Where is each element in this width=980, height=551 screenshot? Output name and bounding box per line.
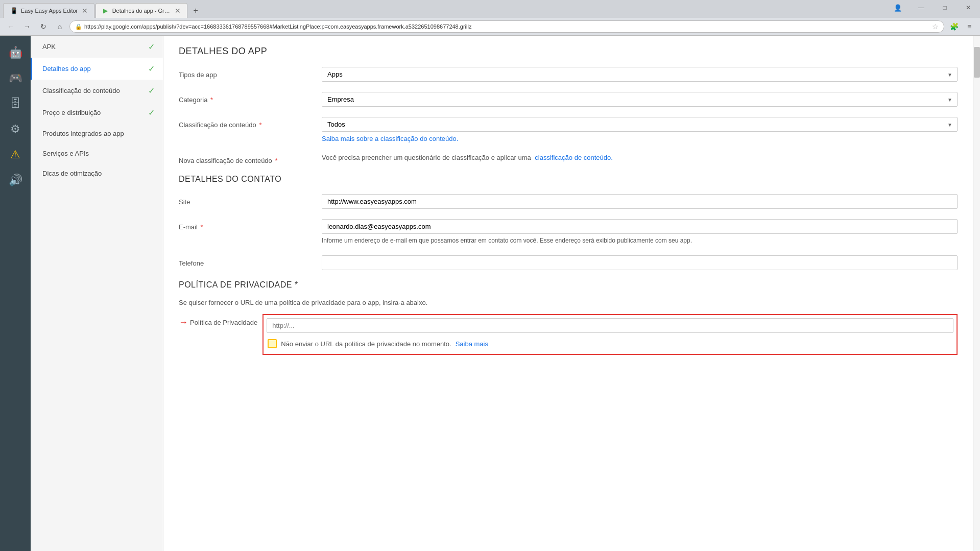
privacidade-checkbox-row: Não enviar o URL da política de privacid…: [267, 337, 953, 351]
tipos-de-app-label: Tipos de app: [179, 67, 322, 79]
nova-classificacao-text: Você precisa preencher um questionário d…: [322, 154, 531, 161]
categoria-select[interactable]: Empresa Comunicação Educação: [322, 92, 958, 107]
sidebar-label-produtos: Produtos integrados ao app: [42, 130, 124, 137]
classificacao-link[interactable]: Saiba mais sobre a classificação do cont…: [322, 135, 458, 142]
scrollbar[interactable]: [973, 36, 980, 551]
back-button[interactable]: ←: [4, 20, 17, 33]
classificacao-select[interactable]: Todos Baixo nível de maturidade Nível mé…: [322, 117, 958, 132]
tab-detalhes-app[interactable]: ▶ Detalhes do app - Grillz re... ✕: [95, 3, 187, 18]
privacidade-box: Não enviar o URL da política de privacid…: [262, 314, 958, 355]
privacidade-field-row: → Política de Privacidade Não enviar o U…: [179, 314, 958, 355]
email-info: Informe um endereço de e-mail em que pos…: [322, 236, 958, 245]
refresh-button[interactable]: ↻: [37, 20, 50, 33]
close-button[interactable]: ✕: [957, 0, 980, 15]
privacidade-saiba-mais-link[interactable]: Saiba mais: [456, 340, 488, 348]
telefone-row: Telefone: [179, 255, 958, 270]
classificacao-required: *: [259, 121, 261, 129]
site-label: Site: [179, 194, 322, 206]
privacidade-url-input[interactable]: [267, 318, 953, 333]
maximize-button[interactable]: □: [933, 0, 957, 15]
sidebar-label-preco: Preço e distribuição: [42, 109, 101, 116]
nova-classificacao-field: Você precisa preencher um questionário d…: [322, 153, 958, 163]
categoria-field: Empresa Comunicação Educação: [322, 92, 958, 107]
menu-icon[interactable]: ≡: [963, 20, 976, 33]
contato-divider: DETALHES DO CONTATO: [179, 175, 958, 184]
email-required: *: [200, 223, 203, 231]
nova-classificacao-link[interactable]: classificação de conteúdo.: [535, 154, 612, 161]
sidebar-item-detalhes[interactable]: Detalhes do app ✓: [31, 58, 163, 80]
privacidade-arrow-label: →: [179, 317, 188, 328]
icon-sidebar: 🤖 🎮 🗄 ⚙ ⚠ 🔊: [0, 36, 31, 551]
telefone-label: Telefone: [179, 255, 322, 267]
email-row: E-mail * Informe um endereço de e-mail e…: [179, 219, 958, 245]
tab1-favicon: 📱: [10, 7, 18, 15]
email-input[interactable]: [322, 219, 958, 234]
categoria-required: *: [210, 96, 213, 104]
site-input[interactable]: [322, 194, 958, 209]
sidebar-check-detalhes: ✓: [148, 64, 155, 74]
nav-sidebar: APK ✓ Detalhes do app ✓ Classificação do…: [31, 36, 163, 551]
tipos-de-app-select[interactable]: Apps Jogos: [322, 67, 958, 82]
tab1-close[interactable]: ✕: [82, 7, 88, 15]
minimize-button[interactable]: —: [910, 0, 933, 15]
lock-icon: 🔒: [75, 23, 82, 30]
main-content: DETALHES DO APP Tipos de app Apps Jogos …: [163, 36, 973, 551]
contato-title: DETALHES DO CONTATO: [179, 175, 958, 184]
sidebar-label-detalhes: Detalhes do app: [42, 65, 91, 73]
sidebar-label-apk: APK: [42, 43, 56, 51]
home-button[interactable]: ⌂: [53, 20, 66, 33]
tipos-de-app-row: Tipos de app Apps Jogos: [179, 67, 958, 82]
game-sidebar-item[interactable]: 🎮: [4, 66, 27, 90]
url-text: https://play.google.com/apps/publish/?de…: [84, 23, 932, 30]
database-sidebar-item[interactable]: 🗄: [4, 92, 27, 115]
privacidade-checkbox-label: Não enviar o URL da política de privacid…: [281, 339, 451, 349]
privacidade-description: Se quiser fornecer o URL de uma política…: [179, 298, 958, 308]
nova-classificacao-required: *: [275, 157, 277, 164]
sidebar-item-preco[interactable]: Preço e distribuição ✓: [31, 102, 163, 124]
page-title: DETALHES DO APP: [179, 46, 958, 57]
warning-sidebar-item[interactable]: ⚠: [4, 143, 27, 166]
sidebar-label-servicos: Serviços e APIs: [42, 150, 89, 157]
nova-classificacao-label: Nova classificação de conteúdo *: [179, 153, 322, 164]
sidebar-item-servicos[interactable]: Serviços e APIs: [31, 143, 163, 163]
forward-button[interactable]: →: [20, 20, 34, 33]
sidebar-check-classificacao: ✓: [148, 86, 155, 95]
telefone-field: [322, 255, 958, 270]
sidebar-item-classificacao[interactable]: Classificação do conteúdo ✓: [31, 80, 163, 102]
settings-sidebar-item[interactable]: ⚙: [4, 117, 27, 141]
site-field: [322, 194, 958, 209]
privacidade-title: POLÍTICA DE PRIVACIDADE *: [179, 280, 958, 290]
android-sidebar-item[interactable]: 🤖: [4, 41, 27, 64]
tab1-label: Easy Easy Apps Editor: [21, 8, 78, 14]
sidebar-label-classificacao: Classificação do conteúdo: [42, 87, 120, 94]
privacidade-checkbox[interactable]: [268, 339, 277, 348]
sidebar-item-dicas[interactable]: Dicas de otimização: [31, 163, 163, 183]
site-row: Site: [179, 194, 958, 209]
address-bar[interactable]: 🔒 https://play.google.com/apps/publish/?…: [69, 20, 944, 33]
email-field: Informe um endereço de e-mail em que pos…: [322, 219, 958, 245]
sidebar-item-produtos[interactable]: Produtos integrados ao app: [31, 124, 163, 143]
classificacao-label: Classificação de conteúdo *: [179, 117, 322, 129]
classificacao-row: Classificação de conteúdo * Todos Baixo …: [179, 117, 958, 142]
sidebar-check-apk: ✓: [148, 42, 155, 52]
nova-classificacao-row: Nova classificação de conteúdo * Você pr…: [179, 153, 958, 164]
sidebar-label-dicas: Dicas de otimização: [42, 170, 102, 177]
categoria-label: Categoria *: [179, 92, 322, 104]
extensions-icon[interactable]: 🧩: [947, 20, 961, 33]
bookmark-star-icon[interactable]: ☆: [932, 22, 939, 31]
email-label: E-mail *: [179, 219, 322, 231]
categoria-row: Categoria * Empresa Comunicação Educação: [179, 92, 958, 107]
tab2-close[interactable]: ✕: [175, 7, 181, 15]
tab2-label: Detalhes do app - Grillz re...: [112, 8, 171, 14]
sidebar-item-apk[interactable]: APK ✓: [31, 36, 163, 58]
privacidade-arrow-container: → Política de Privacidade: [179, 314, 257, 328]
new-tab-button[interactable]: +: [188, 4, 203, 18]
user-icon: 👤: [886, 0, 910, 15]
telefone-input[interactable]: [322, 255, 958, 270]
speaker-sidebar-item[interactable]: 🔊: [4, 169, 27, 192]
scrollbar-thumb[interactable]: [974, 47, 980, 78]
tab2-favicon: ▶: [102, 7, 109, 15]
privacidade-section: POLÍTICA DE PRIVACIDADE * Se quiser forn…: [179, 280, 958, 355]
privacidade-field-label: Política de Privacidade: [190, 319, 257, 326]
tab-easy-apps-editor[interactable]: 📱 Easy Easy Apps Editor ✕: [3, 3, 94, 18]
